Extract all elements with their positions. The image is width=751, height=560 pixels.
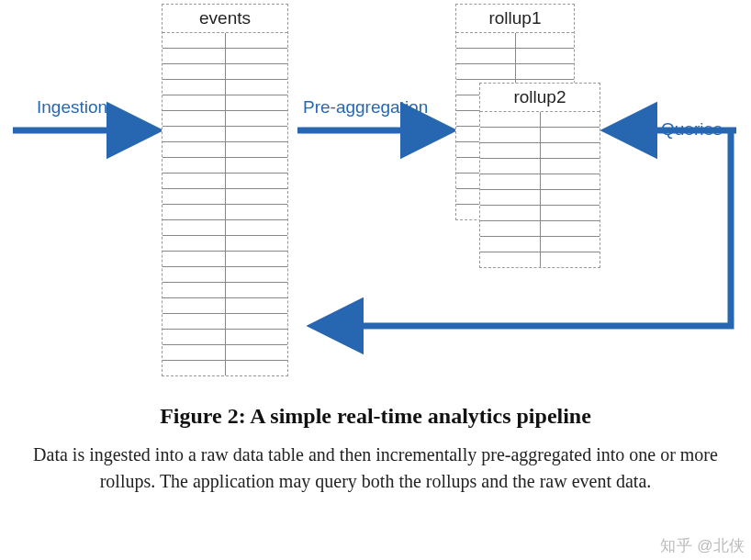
table-row [456,49,574,64]
table-cell [456,49,516,63]
table-cell [226,49,288,63]
table-row [163,158,287,174]
table-row [480,159,600,174]
table-cell [226,111,288,126]
figure-title: Figure 2: A simple real-time analytics p… [22,404,729,429]
table-cell [480,174,541,189]
table-row [163,345,287,361]
table-cell [163,361,226,375]
table-cell [226,252,288,266]
table-cell [163,80,226,95]
table-cell [226,158,288,173]
table-cell [226,298,288,313]
table-row [480,206,600,221]
table-cell [226,205,288,219]
table-cell [541,252,600,267]
flow-arrows [0,0,751,376]
table-cell [226,64,288,79]
table-row [480,221,600,237]
table-row [163,49,287,64]
table-cell [541,190,600,205]
table-cell [163,174,226,188]
table-cell [541,174,600,189]
table-cell [541,237,600,252]
table-cell [480,206,541,220]
queries-label: Queries [661,119,723,140]
table-row [163,174,287,189]
table-row [163,220,287,236]
table-cell [480,237,541,252]
table-cell [226,283,288,297]
table-cell [516,33,575,48]
table-cell [480,190,541,205]
table-cell [541,159,600,174]
table-row [163,189,287,205]
table-row [163,314,287,330]
table-cell [480,159,541,174]
table-row [480,112,600,128]
table-cell [480,221,541,236]
table-row [163,64,287,80]
table-cell [163,330,226,344]
table-cell [226,127,288,141]
table-cell [163,236,226,251]
table-cell [163,64,226,79]
table-cell [163,205,226,219]
rollup2-rows [480,112,600,267]
table-row [480,252,600,267]
table-row [163,205,287,220]
table-row [456,33,574,49]
table-row [480,190,600,206]
ingestion-label: Ingestion [37,97,107,118]
table-cell [163,220,226,235]
table-cell [226,95,288,110]
table-cell [163,283,226,297]
table-cell [163,142,226,157]
table-row [163,111,287,127]
table-cell [163,95,226,110]
table-cell [226,142,288,157]
events-table: events [162,4,288,376]
table-cell [163,298,226,313]
table-cell [541,112,600,127]
table-row [163,33,287,49]
table-cell [163,314,226,329]
rollup1-header: rollup1 [456,5,574,33]
table-cell [226,80,288,95]
events-rows [163,33,287,375]
table-cell [226,189,288,204]
table-row [480,174,600,190]
table-cell [456,33,516,48]
table-cell [480,252,541,267]
table-cell [163,111,226,126]
table-row [163,236,287,252]
table-cell [516,49,575,63]
table-cell [480,128,541,142]
table-row [163,142,287,158]
caption-block: Figure 2: A simple real-time analytics p… [0,376,751,495]
table-cell [480,112,541,127]
table-cell [163,345,226,360]
preaggregation-label: Pre-aggregation [303,97,428,118]
table-cell [226,236,288,251]
table-row [163,267,287,283]
figure-description: Data is ingested into a raw data table a… [22,442,729,495]
table-cell [226,345,288,360]
table-cell [226,267,288,282]
table-cell [541,221,600,236]
table-cell [226,174,288,188]
table-cell [163,189,226,204]
table-row [163,80,287,95]
rollup2-table: rollup2 [479,83,600,268]
table-row [480,143,600,159]
table-cell [541,206,600,220]
table-row [163,95,287,111]
diagram-area: Ingestion Pre-aggregation Queries events… [0,0,751,376]
table-row [456,64,574,80]
events-header: events [163,5,287,33]
table-cell [480,143,541,158]
table-cell [163,49,226,63]
table-cell [163,127,226,141]
table-row [480,128,600,143]
table-cell [226,330,288,344]
